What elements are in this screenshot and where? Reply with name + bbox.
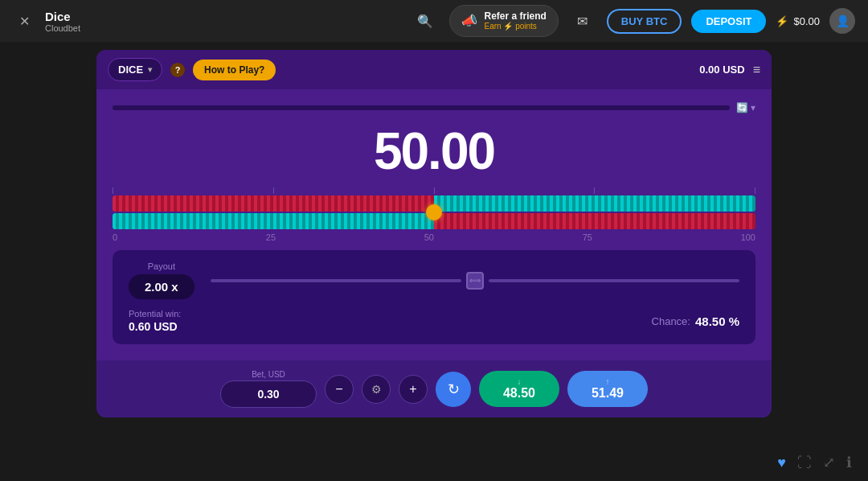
scale-75: 75 xyxy=(583,232,592,242)
brand: Dice Cloudbet xyxy=(45,10,80,33)
refer-icon: 📣 xyxy=(461,13,477,28)
bet-input-group: Bet, USD xyxy=(220,370,317,408)
balance-amount: $0.00 xyxy=(793,15,820,27)
how-to-play-button[interactable]: How to Play? xyxy=(193,60,276,80)
info-row-2: Potential win: 0.60 USD Chance: 48.50 % xyxy=(129,309,739,333)
slider-bars xyxy=(113,195,755,229)
payout-section: Payout 2.00 x xyxy=(129,261,194,299)
minus-button[interactable]: − xyxy=(325,375,354,404)
game-menu-icon[interactable]: ≡ xyxy=(753,63,760,77)
bet-input[interactable] xyxy=(220,380,317,408)
potential-value: 0.60 USD xyxy=(129,320,181,333)
how-to-play-label: How to Play? xyxy=(204,64,264,76)
main-content: DICE ▾ ? How to Play? 0.00 USD ≡ xyxy=(0,42,868,417)
chance-display: Chance: 48.50 % xyxy=(652,314,739,328)
info-icon[interactable]: ℹ xyxy=(846,454,852,471)
game-topbar-right: 0.00 USD ≡ xyxy=(699,63,760,77)
bottombar: ♥ ⛶ ⤢ ℹ xyxy=(0,444,868,481)
top-bar-left xyxy=(113,195,434,212)
pf-track xyxy=(113,105,730,110)
bet-controls: Bet, USD − ⚙ + ↻ ↓ 48.50 ↑ 51.49 xyxy=(96,360,772,417)
dice-result-number: 50.00 xyxy=(374,122,494,180)
chevron-down-icon-pf: ▾ xyxy=(751,102,755,113)
big-number-area: 50.00 xyxy=(113,121,755,181)
bet-under-icon: ↓ xyxy=(518,377,522,386)
game-panel: DICE ▾ ? How to Play? 0.00 USD ≡ xyxy=(96,50,772,417)
bet-over-button[interactable]: ↑ 51.49 xyxy=(567,371,648,407)
info-row-1: Payout 2.00 x ⟺ xyxy=(129,261,739,299)
bottom-bar-right xyxy=(434,213,755,229)
balance-display: ⚡ $0.00 xyxy=(776,15,820,27)
plus-button[interactable]: + xyxy=(399,375,428,404)
potential-label: Potential win: xyxy=(129,309,181,319)
payout-label: Payout xyxy=(129,261,194,271)
game-topbar: DICE ▾ ? How to Play? 0.00 USD ≡ xyxy=(96,50,772,89)
bet-label: Bet, USD xyxy=(220,370,317,379)
chance-label: Chance: xyxy=(652,315,690,327)
close-button[interactable]: ✕ xyxy=(13,10,35,32)
balance-icon: ⚡ xyxy=(776,15,788,27)
resize-icon[interactable]: ⛶ xyxy=(797,454,812,471)
pf-sync-button[interactable]: 🔄 ▾ xyxy=(736,102,755,113)
scale-0: 0 xyxy=(113,232,117,242)
pf-row: 🔄 ▾ xyxy=(113,102,755,113)
payout-value: 2.00 x xyxy=(129,274,194,299)
payout-slider-handle[interactable]: ⟺ xyxy=(466,272,484,290)
refer-text: Refer a friend Earn ⚡ points xyxy=(484,10,546,31)
chevron-down-icon: ▾ xyxy=(148,65,152,74)
mail-button[interactable]: ✉ xyxy=(568,6,597,35)
dice-area: 🔄 ▾ 50.00 xyxy=(96,89,772,360)
refer-title: Refer a friend xyxy=(484,10,546,22)
brand-sub: Cloudbet xyxy=(45,23,80,33)
topbar: ✕ Dice Cloudbet 🔍 📣 Refer a friend Earn … xyxy=(0,0,868,42)
brand-name: Dice xyxy=(45,10,80,23)
scale-100: 100 xyxy=(741,232,755,242)
refer-button[interactable]: 📣 Refer a friend Earn ⚡ points xyxy=(449,5,558,37)
search-button[interactable]: 🔍 xyxy=(411,6,440,35)
bet-under-button[interactable]: ↓ 48.50 xyxy=(479,371,559,407)
game-selector[interactable]: DICE ▾ xyxy=(108,58,162,81)
refer-subtitle: Earn ⚡ points xyxy=(484,22,546,31)
game-selector-label: DICE xyxy=(118,64,143,76)
sync-icon: 🔄 xyxy=(736,102,748,113)
heart-icon[interactable]: ♥ xyxy=(777,454,786,471)
game-balance-value: 0.00 xyxy=(699,64,719,76)
buy-btc-button[interactable]: BUY BTC xyxy=(607,9,682,34)
payout-slider-wrapper: ⟺ xyxy=(211,272,739,290)
bet-over-icon: ↑ xyxy=(606,377,610,386)
fullscreen-icon[interactable]: ⤢ xyxy=(823,454,835,471)
info-panel: Payout 2.00 x ⟺ Potential win: 0.60 USD xyxy=(113,250,755,344)
avatar[interactable]: 👤 xyxy=(829,8,855,34)
potential-win: Potential win: 0.60 USD xyxy=(129,309,181,333)
bet-over-value: 51.49 xyxy=(592,386,624,401)
scale-row: 0 25 50 75 100 xyxy=(113,232,755,242)
payout-slider-track[interactable] xyxy=(211,279,461,282)
chance-value: 48.50 % xyxy=(695,314,739,328)
deposit-button[interactable]: DEPOSIT xyxy=(691,10,766,33)
slider-section: 0 25 50 75 100 xyxy=(113,187,755,242)
scale-25: 25 xyxy=(266,232,276,242)
slider-handle[interactable] xyxy=(426,204,442,220)
game-balance-currency: USD xyxy=(723,64,744,76)
refresh-button[interactable]: ↻ xyxy=(436,372,471,407)
game-topbar-left: DICE ▾ ? How to Play? xyxy=(108,58,276,81)
scale-50: 50 xyxy=(424,232,434,242)
top-bar-right xyxy=(434,195,755,212)
settings-button[interactable]: ⚙ xyxy=(362,375,391,404)
game-balance: 0.00 USD xyxy=(699,64,744,76)
help-icon[interactable]: ? xyxy=(170,63,185,77)
payout-slider-track-right[interactable] xyxy=(489,279,739,282)
bottom-bar-left xyxy=(113,213,434,229)
bet-under-value: 48.50 xyxy=(503,386,535,401)
